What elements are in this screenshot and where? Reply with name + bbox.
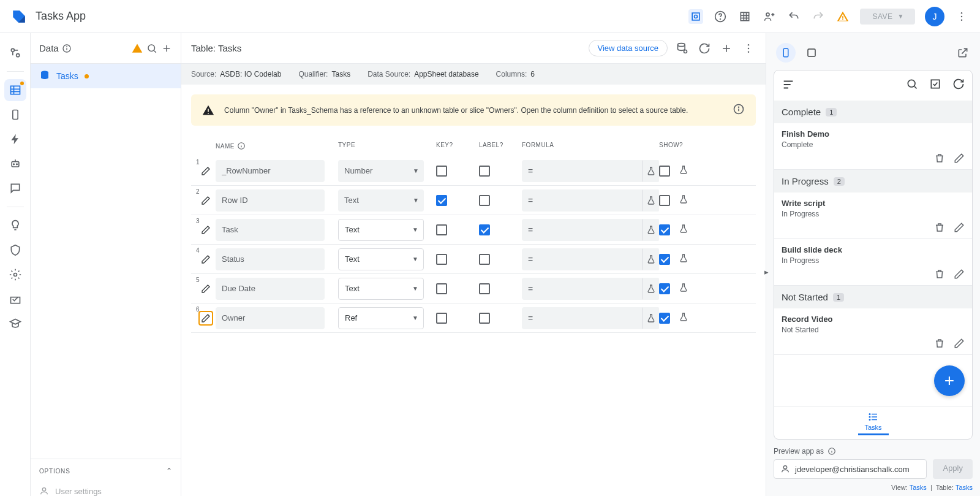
key-checkbox[interactable] <box>436 283 447 294</box>
edit-icon[interactable] <box>954 338 965 351</box>
formula-flask-button[interactable] <box>642 219 659 241</box>
label-checkbox[interactable] <box>479 195 490 206</box>
formula-input[interactable] <box>522 307 642 329</box>
formula-input[interactable] <box>522 219 642 241</box>
search-icon[interactable] <box>906 78 918 93</box>
show-checkbox[interactable] <box>659 254 670 265</box>
add-column-icon[interactable] <box>719 41 734 56</box>
column-type-select[interactable]: Ref▼ <box>338 307 424 329</box>
edit-icon[interactable] <box>954 153 965 166</box>
formula-input[interactable] <box>522 278 642 300</box>
task-item[interactable]: Build slide deckIn Progress <box>774 239 972 286</box>
key-checkbox[interactable] <box>436 224 447 235</box>
show-flask-icon[interactable] <box>679 312 688 324</box>
formula-flask-button[interactable] <box>642 248 659 270</box>
label-checkbox[interactable] <box>479 166 490 177</box>
formula-flask-button[interactable] <box>642 307 659 329</box>
column-name-input[interactable] <box>216 307 325 329</box>
sort-icon[interactable] <box>782 78 795 93</box>
label-checkbox[interactable] <box>479 254 490 265</box>
apply-button[interactable]: Apply <box>933 459 973 479</box>
fab-add-button[interactable]: + <box>934 365 965 396</box>
add-icon[interactable] <box>161 41 172 56</box>
key-checkbox[interactable] <box>436 313 447 324</box>
edit-column-button[interactable] <box>198 223 213 237</box>
label-checkbox[interactable] <box>479 313 490 324</box>
column-name-input[interactable] <box>216 278 325 300</box>
warning-icon[interactable] <box>132 41 143 56</box>
key-checkbox[interactable] <box>436 166 447 177</box>
preview-email-input[interactable]: jdeveloper@christianschalk.com <box>774 459 927 479</box>
rail-chat[interactable] <box>4 177 26 199</box>
edit-column-button[interactable] <box>198 164 213 178</box>
label-checkbox[interactable] <box>479 283 490 294</box>
view-data-source-button[interactable]: View data source <box>589 40 668 56</box>
formula-flask-button[interactable] <box>642 160 659 182</box>
tablet-mode-button[interactable] <box>802 43 821 63</box>
column-name-input[interactable] <box>216 160 325 182</box>
rail-bot[interactable] <box>4 153 26 175</box>
info-icon[interactable] <box>62 44 72 53</box>
delete-icon[interactable] <box>934 338 945 351</box>
rail-manage[interactable] <box>4 288 26 310</box>
key-checkbox[interactable] <box>436 254 447 265</box>
group-header[interactable]: Not Started1 <box>774 286 972 308</box>
select-icon[interactable] <box>929 78 941 93</box>
edit-column-button[interactable] <box>198 252 213 267</box>
collapse-arrow-icon[interactable]: ▸ <box>763 265 770 280</box>
avatar[interactable]: J <box>925 7 944 26</box>
rail-data[interactable] <box>4 79 26 101</box>
preview-icon[interactable] <box>688 9 703 24</box>
show-checkbox[interactable] <box>659 224 670 235</box>
show-checkbox[interactable] <box>659 313 670 324</box>
nav-tasks[interactable]: Tasks <box>858 411 889 435</box>
formula-flask-button[interactable] <box>642 189 659 212</box>
column-type-select[interactable]: Text▼ <box>338 219 424 241</box>
formula-input[interactable] <box>522 248 642 270</box>
task-item[interactable]: Record VideoNot Started <box>774 308 972 355</box>
delete-icon[interactable] <box>934 269 945 281</box>
more-icon[interactable] <box>741 41 756 56</box>
mobile-mode-button[interactable] <box>776 43 796 63</box>
more-icon[interactable] <box>954 9 969 24</box>
help-icon[interactable] <box>713 9 728 24</box>
user-settings-item[interactable]: User settings <box>31 483 181 496</box>
column-type-select[interactable]: Text▼ <box>338 278 424 300</box>
edit-icon[interactable] <box>954 222 965 235</box>
share-icon[interactable] <box>762 9 777 24</box>
column-type-select[interactable]: Text▼ <box>338 248 424 270</box>
table-item-tasks[interactable]: Tasks <box>31 64 181 88</box>
info-icon[interactable] <box>827 447 836 456</box>
source-settings-icon[interactable] <box>675 41 690 56</box>
formula-input[interactable] <box>522 160 642 182</box>
show-checkbox[interactable] <box>659 195 670 206</box>
column-type-select[interactable]: Number▼ <box>338 160 424 182</box>
warning-icon[interactable] <box>835 9 850 24</box>
formula-input[interactable] <box>522 189 642 212</box>
show-flask-icon[interactable] <box>679 224 688 235</box>
column-name-input[interactable] <box>216 219 325 241</box>
show-checkbox[interactable] <box>659 283 670 294</box>
formula-flask-button[interactable] <box>642 278 659 300</box>
grid-icon[interactable] <box>737 9 752 24</box>
delete-icon[interactable] <box>934 153 945 166</box>
key-checkbox[interactable] <box>436 195 447 206</box>
column-type-select[interactable]: Text▼ <box>338 189 424 212</box>
show-flask-icon[interactable] <box>679 253 688 265</box>
task-item[interactable]: Write scriptIn Progress <box>774 193 972 239</box>
refresh-icon[interactable] <box>952 78 965 93</box>
rail-actions[interactable] <box>4 128 26 150</box>
undo-icon[interactable] <box>786 9 801 24</box>
delete-icon[interactable] <box>934 222 945 235</box>
rail-learn[interactable] <box>4 313 26 335</box>
rail-settings[interactable] <box>4 264 26 286</box>
label-checkbox[interactable] <box>479 224 490 235</box>
search-icon[interactable] <box>146 41 157 56</box>
show-flask-icon[interactable] <box>679 165 688 177</box>
edit-column-button[interactable] <box>198 311 213 326</box>
edit-column-button[interactable] <box>198 281 213 296</box>
show-flask-icon[interactable] <box>679 194 688 206</box>
info-icon[interactable] <box>733 103 745 117</box>
column-name-input[interactable] <box>216 248 325 270</box>
refresh-icon[interactable] <box>697 41 712 56</box>
